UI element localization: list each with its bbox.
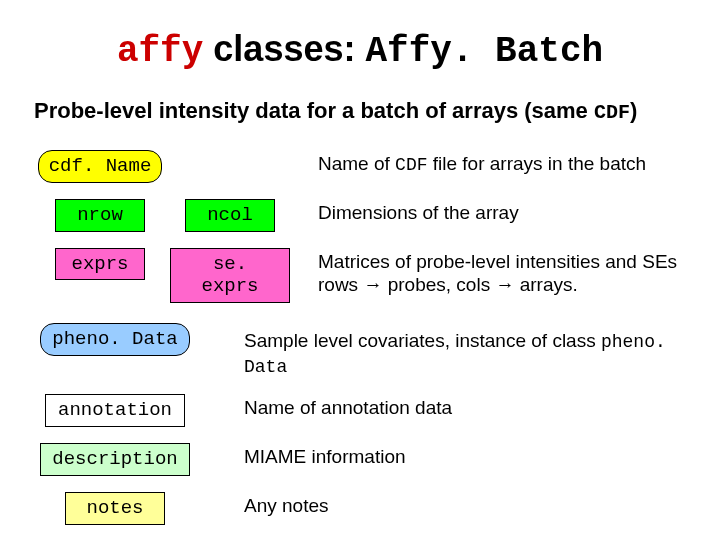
subtitle-before: Probe-level intensity data for a batch o… — [34, 98, 594, 123]
desc-description: MIAME information — [240, 443, 690, 469]
desc-exprs-line1: Matrices of probe-level intensities and … — [318, 250, 690, 274]
row-pheno: pheno. Data Sample level covariates, ins… — [30, 323, 690, 378]
title-affy: affy — [117, 31, 203, 72]
desc-exprs-l2c: arrays. — [514, 274, 577, 295]
desc-pheno-before: Sample level covariates, instance of cla… — [244, 330, 601, 351]
title-classes: classes: — [203, 28, 365, 69]
subtitle: Probe-level intensity data for a batch o… — [30, 98, 690, 124]
box-ncol: ncol — [185, 199, 275, 232]
box-cdfname: cdf. Name — [38, 150, 163, 183]
box-notes: notes — [65, 492, 165, 525]
box-description: description — [40, 443, 190, 476]
title-classname: Affy. Batch — [365, 31, 603, 72]
subtitle-after: ) — [630, 98, 637, 123]
row-cdfname: cdf. Name Name of CDF file for arrays in… — [30, 150, 690, 183]
row-notes: notes Any notes — [30, 492, 690, 525]
subtitle-cdf: CDF — [594, 101, 630, 124]
desc-cdfname: Name of CDF file for arrays in the batch — [314, 150, 690, 177]
desc-exprs-l2b: probes, cols — [382, 274, 495, 295]
arrow-icon: → — [495, 274, 514, 295]
desc-dim: Dimensions of the array — [314, 199, 690, 225]
desc-exprs: Matrices of probe-level intensities and … — [314, 248, 690, 298]
desc-exprs-l2a: rows — [318, 274, 363, 295]
box-phenodata: pheno. Data — [40, 323, 190, 356]
row-dim: nrow ncol Dimensions of the array — [30, 199, 690, 232]
desc-cdfname-before: Name of — [318, 153, 395, 174]
desc-exprs-line2: rows → probes, cols → arrays. — [318, 273, 690, 297]
box-seexprs: se. exprs — [170, 248, 290, 304]
box-nrow: nrow — [55, 199, 145, 232]
rows-container: cdf. Name Name of CDF file for arrays in… — [30, 150, 690, 525]
row-description: description MIAME information — [30, 443, 690, 476]
box-annotation: annotation — [45, 394, 185, 427]
arrow-icon: → — [363, 274, 382, 295]
row-exprs: exprs se. exprs Matrices of probe-level … — [30, 248, 690, 304]
desc-annotation: Name of annotation data — [240, 394, 690, 420]
desc-cdfname-cdf: CDF — [395, 155, 427, 175]
box-exprs: exprs — [55, 248, 145, 281]
slide-title: affy classes: Affy. Batch — [30, 28, 690, 72]
desc-pheno: Sample level covariates, instance of cla… — [240, 323, 690, 378]
row-annotation: annotation Name of annotation data — [30, 394, 690, 427]
desc-notes: Any notes — [240, 492, 690, 518]
desc-cdfname-after: file for arrays in the batch — [428, 153, 647, 174]
